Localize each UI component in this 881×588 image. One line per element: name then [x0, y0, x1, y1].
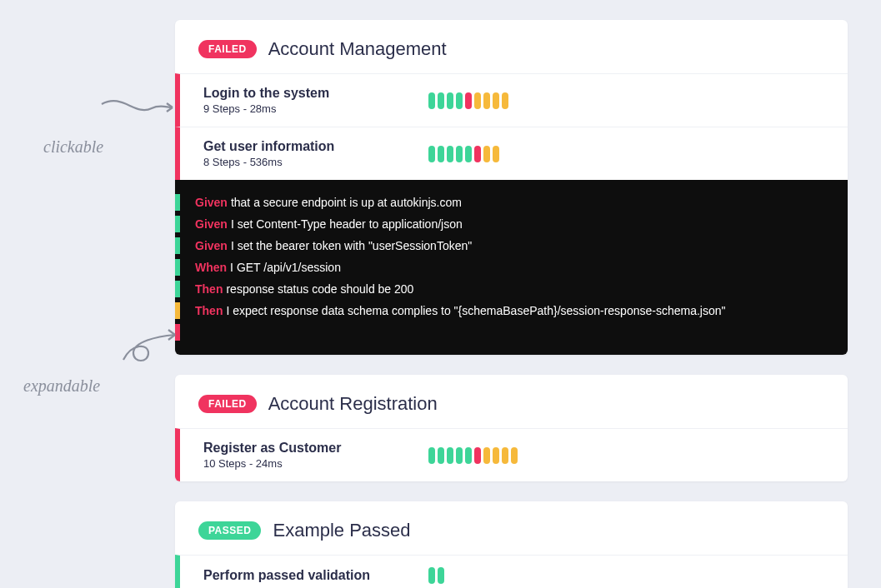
feature-title: Account Registration: [268, 393, 438, 415]
step-marker: [175, 281, 180, 297]
step-pill: [474, 447, 481, 464]
step-pill: [502, 92, 508, 109]
step-pill: [438, 92, 444, 109]
scenario-row[interactable]: Login to the system9 Steps - 28ms: [175, 73, 848, 127]
scenario-info: Get user information8 Steps - 536ms: [203, 139, 403, 168]
step-keyword: Given: [195, 217, 228, 231]
annotation-expandable: expandable: [23, 326, 182, 396]
step-pill: [493, 92, 499, 109]
step-pill: [447, 447, 453, 464]
step-pill: [502, 447, 508, 464]
step-pill: [465, 146, 472, 162]
step-marker: [175, 302, 180, 319]
steps-panel: Giventhat a secure endpoint is up at aut…: [175, 180, 848, 355]
step-line: Giventhat a secure endpoint is up at aut…: [175, 192, 848, 213]
step-text: that a secure endpoint is up at autokinj…: [231, 196, 462, 209]
step-marker: [175, 216, 180, 232]
step-pill: [447, 146, 453, 162]
step-pill: [447, 92, 453, 109]
scenario-row[interactable]: Register as Customer10 Steps - 24ms: [175, 428, 848, 481]
step-pill: [428, 567, 435, 584]
step-pill-strip: [428, 567, 444, 584]
step-pill: [465, 447, 472, 464]
step-marker: [175, 194, 180, 211]
step-pill: [456, 146, 463, 162]
step-keyword: When: [195, 261, 227, 274]
step-line: [175, 321, 848, 343]
scenario-row[interactable]: Get user information8 Steps - 536ms: [175, 127, 848, 180]
step-pill: [493, 447, 499, 464]
feature-card: FAILEDAccount ManagementLogin to the sys…: [175, 20, 848, 355]
step-text: I expect response data schema complies t…: [226, 304, 725, 317]
step-pill-strip: [428, 146, 499, 162]
feature-header: FAILEDAccount Management: [175, 20, 848, 73]
step-pill: [428, 146, 435, 162]
step-keyword: Then: [195, 282, 223, 296]
step-pill: [456, 447, 463, 464]
step-pill: [428, 92, 435, 109]
feature-card: FAILEDAccount RegistrationRegister as Cu…: [175, 375, 848, 481]
feature-title: Account Management: [268, 38, 447, 60]
step-line: ThenI expect response data schema compli…: [175, 300, 848, 321]
feature-title: Example Passed: [273, 520, 410, 541]
step-keyword: Given: [195, 239, 228, 252]
scenario-info: Perform passed validation: [203, 568, 403, 583]
annotation-clickable-label: clickable: [43, 137, 103, 156]
feature-header: PASSEDExample Passed: [175, 501, 848, 555]
annotation-expandable-label: expandable: [23, 376, 100, 395]
scenario-name: Register as Customer: [203, 441, 403, 456]
step-pill: [474, 146, 481, 162]
scenario-meta: 9 Steps - 28ms: [203, 102, 403, 115]
step-pill: [483, 146, 490, 162]
step-text: I GET /api/v1/session: [230, 261, 341, 274]
step-line: GivenI set Content-Type header to applic…: [175, 213, 848, 235]
step-text: I set the bearer token with "userSession…: [231, 239, 472, 252]
scenario-name: Get user information: [203, 139, 403, 154]
status-badge: FAILED: [198, 395, 257, 413]
step-pill: [465, 92, 472, 109]
step-marker: [175, 237, 180, 254]
step-pill: [511, 447, 518, 464]
scenario-info: Login to the system9 Steps - 28ms: [203, 86, 403, 115]
step-pill: [438, 567, 444, 584]
scenario-row[interactable]: Perform passed validation: [175, 555, 848, 588]
status-badge: PASSED: [198, 521, 261, 540]
arrow-loop-icon: [23, 326, 182, 376]
scenario-meta: 8 Steps - 536ms: [203, 156, 403, 168]
scenario-name: Login to the system: [203, 86, 403, 101]
step-pill: [428, 447, 435, 464]
step-pill: [493, 146, 499, 162]
feature-header: FAILEDAccount Registration: [175, 375, 848, 428]
feature-card: PASSEDExample PassedPerform passed valid…: [175, 501, 848, 588]
step-line: GivenI set the bearer token with "userSe…: [175, 235, 848, 257]
step-marker: [175, 259, 180, 276]
step-pill-strip: [428, 92, 508, 109]
scenario-name: Perform passed validation: [203, 568, 403, 583]
step-text: response status code should be 200: [226, 282, 413, 296]
status-badge: FAILED: [198, 40, 257, 58]
step-text: I set Content-Type header to application…: [231, 217, 463, 231]
step-keyword: Then: [195, 304, 223, 317]
scenario-info: Register as Customer10 Steps - 24ms: [203, 441, 403, 470]
step-line: WhenI GET /api/v1/session: [175, 257, 848, 278]
step-keyword: Given: [195, 196, 228, 209]
step-pill: [483, 447, 490, 464]
step-pill: [483, 92, 490, 109]
scenario-meta: 10 Steps - 24ms: [203, 457, 403, 470]
step-pill: [456, 92, 463, 109]
annotation-clickable: clickable: [43, 96, 177, 157]
step-pill-strip: [428, 447, 518, 464]
arrow-squiggle-icon: [43, 96, 177, 137]
step-pill: [474, 92, 481, 109]
step-pill: [438, 447, 444, 464]
step-line: Thenresponse status code should be 200: [175, 278, 848, 300]
step-pill: [438, 146, 444, 162]
